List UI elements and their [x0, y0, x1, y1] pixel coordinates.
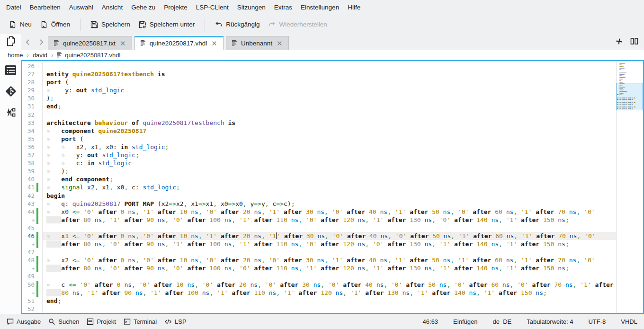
tab-quine20250817.txt[interactable]: quine20250817.txt✕: [48, 36, 132, 50]
gutter[interactable]: ⤷: [22, 240, 42, 248]
quick-open-icon[interactable]: [616, 38, 623, 46]
gutter[interactable]: 31: [22, 102, 42, 110]
tab-prev-icon[interactable]: [23, 37, 33, 47]
menu-item-datei[interactable]: Datei: [2, 2, 26, 13]
gutter[interactable]: 30: [22, 94, 42, 102]
gutter[interactable]: 39: [22, 167, 42, 175]
gutter[interactable]: 38: [22, 159, 42, 167]
code-line: after 80 ns, '0' after 90 ns, '1' after …: [42, 240, 616, 248]
encoding[interactable]: UTF-8: [587, 317, 607, 326]
breadcrumb-dir-home[interactable]: home: [7, 52, 24, 59]
tab-close-icon[interactable]: ✕: [210, 39, 218, 47]
gutter[interactable]: 48: [22, 256, 42, 264]
modified-line-marker: [36, 200, 38, 208]
redo-button[interactable]: Wiederherstellen: [264, 18, 331, 31]
minimap-line: [619, 94, 622, 95]
breadcrumb-dir-david[interactable]: david: [32, 52, 48, 59]
gutter[interactable]: 36: [22, 143, 42, 151]
minimap-line: [619, 79, 623, 80]
tab-quine20250817.vhdl[interactable]: quine20250817.vhdl✕: [134, 36, 224, 50]
gutter[interactable]: 44: [22, 208, 42, 216]
gutter[interactable]: 29: [22, 86, 42, 94]
gutter[interactable]: 42: [22, 192, 42, 200]
lsp-symbols-icon[interactable]: [5, 107, 17, 119]
menu-item-extras[interactable]: Extras: [270, 2, 296, 13]
gutter[interactable]: 33: [22, 119, 42, 127]
new-button[interactable]: Neu: [5, 18, 36, 31]
gutter[interactable]: 28: [22, 78, 42, 86]
minimap-scrollbar[interactable]: [616, 61, 643, 313]
gutter[interactable]: 37: [22, 151, 42, 159]
menu-item-projekte[interactable]: Projekte: [160, 2, 192, 13]
gutter[interactable]: 52: [22, 305, 42, 313]
menu-item-hilfe[interactable]: Hilfe: [343, 2, 365, 13]
menu-item-einstellungen[interactable]: Einstellungen: [296, 2, 343, 13]
gutter[interactable]: 34: [22, 127, 42, 135]
tab-close-icon[interactable]: ✕: [119, 39, 127, 47]
open-button[interactable]: Öffnen: [36, 18, 74, 31]
gutter[interactable]: 26: [22, 62, 42, 70]
split-view-icon[interactable]: [630, 37, 638, 46]
gutter[interactable]: 46: [22, 232, 42, 240]
gutter[interactable]: 41: [22, 183, 42, 191]
menu-item-ansicht[interactable]: Ansicht: [98, 2, 127, 13]
documents-list-icon[interactable]: [5, 64, 17, 76]
tabs: quine20250817.txt✕quine20250817.vhdl✕Unb…: [48, 34, 291, 50]
input-mode[interactable]: Einfügen: [452, 317, 478, 326]
code-line: » port (: [42, 135, 616, 143]
line-number: 31: [22, 102, 35, 110]
menu-item-lspclient[interactable]: LSP-CLient: [192, 2, 233, 13]
minimap-modified-tick: [617, 108, 618, 109]
minimap-modified-tick: [617, 98, 618, 98]
code-line: » x1 <= '0' after 0 ns, '0' after 10 ns,…: [42, 232, 616, 240]
status-terminal-button[interactable]: Terminal: [120, 316, 161, 328]
menu-item-bearbeiten[interactable]: Bearbeiten: [26, 2, 65, 13]
status-label: LSP: [175, 318, 187, 325]
save-as-button[interactable]: Speichern unter: [134, 18, 199, 31]
code-area[interactable]: 2627entity quine20250817testbench is28po…: [22, 61, 616, 313]
code-line: » x0 <= '0' after 0 ns, '1' after 10 ns,…: [42, 208, 616, 216]
documents-button[interactable]: [0, 34, 21, 50]
gutter[interactable]: ⤷: [22, 289, 42, 297]
git-icon[interactable]: [5, 85, 17, 98]
search-icon: [48, 318, 55, 325]
modified-line-marker: [36, 183, 38, 191]
line-number: 39: [22, 167, 35, 175]
menu-item-gehezu[interactable]: Gehe zu: [127, 2, 160, 13]
dictionary[interactable]: de_DE: [492, 317, 512, 326]
gutter[interactable]: 51: [22, 297, 42, 305]
menu-item-sitzungen[interactable]: Sitzungen: [233, 2, 270, 13]
gutter[interactable]: 40: [22, 175, 42, 183]
language-mode[interactable]: VHDL: [620, 317, 638, 326]
minimap-line: [619, 82, 623, 83]
minimap-line: [619, 93, 624, 94]
gutter[interactable]: 49: [22, 272, 42, 280]
gutter[interactable]: 35: [22, 135, 42, 143]
breadcrumb-file[interactable]: quine20250817.vhdl: [56, 51, 120, 59]
status-ausgabe-button[interactable]: Ausgabe: [3, 316, 45, 328]
gutter[interactable]: 27: [22, 70, 42, 78]
tab-width[interactable]: Tabulatorweite: 4: [526, 317, 574, 326]
cursor-position[interactable]: 46:63: [422, 317, 439, 326]
new-button-label: Neu: [20, 21, 32, 28]
status-suchen-button[interactable]: Suchen: [45, 316, 83, 328]
menu-item-auswahl[interactable]: Auswahl: [65, 2, 98, 13]
tab-next-icon[interactable]: [36, 37, 46, 47]
gutter[interactable]: 47: [22, 248, 42, 256]
gutter[interactable]: ⤷: [22, 264, 42, 272]
undo-button[interactable]: Rückgängig: [211, 18, 264, 31]
gutter[interactable]: 50: [22, 281, 42, 289]
save-button[interactable]: Speichern: [86, 18, 134, 31]
status-lsp-button[interactable]: LSP: [161, 316, 190, 328]
gutter[interactable]: ⤷: [22, 216, 42, 224]
gutter[interactable]: 32: [22, 111, 42, 119]
bubble-icon: [7, 318, 14, 325]
code-line: » » y: out std_logic;: [42, 151, 616, 159]
gutter[interactable]: 43: [22, 200, 42, 208]
editor[interactable]: 2627entity quine20250817testbench is28po…: [21, 60, 644, 314]
gutter[interactable]: 45: [22, 224, 42, 232]
minimap-line: [619, 75, 622, 76]
tab-close-icon[interactable]: ✕: [276, 39, 284, 47]
tab-Unbenannt[interactable]: Unbenannt✕: [226, 36, 289, 50]
status-projekt-button[interactable]: Projekt: [83, 316, 119, 328]
